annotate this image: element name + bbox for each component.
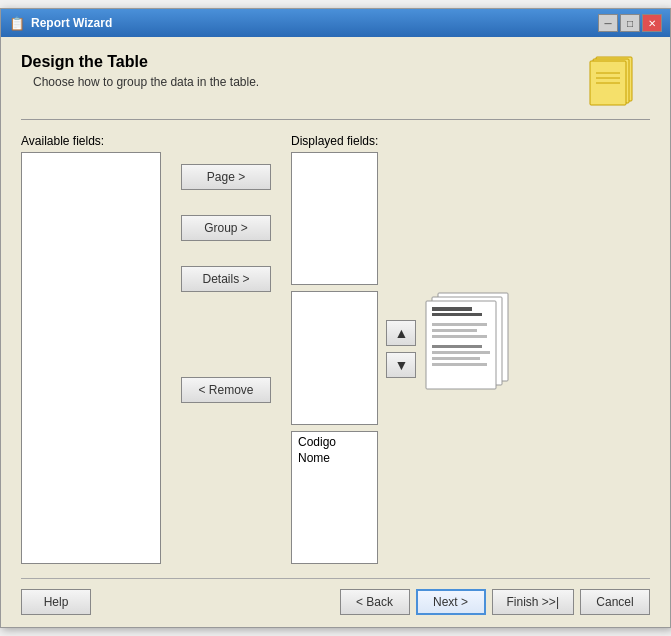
header-section: Design the Table Choose how to group the…: [21, 53, 650, 105]
svg-rect-11: [432, 323, 487, 326]
header-text: Design the Table Choose how to group the…: [21, 53, 259, 89]
available-fields-label: Available fields:: [21, 134, 161, 148]
svg-rect-15: [432, 351, 490, 354]
wizard-icon: [588, 53, 640, 108]
header-divider: [21, 119, 650, 120]
header-title: Design the Table: [21, 53, 259, 71]
cancel-button[interactable]: Cancel: [580, 589, 650, 615]
svg-rect-14: [432, 345, 482, 348]
help-button[interactable]: Help: [21, 589, 91, 615]
group-button[interactable]: Group >: [181, 215, 271, 241]
window-title: Report Wizard: [31, 16, 112, 30]
report-wizard-window: 📋 Report Wizard ─ □ ✕ Design the Table C…: [0, 8, 671, 628]
report-preview-icon: [424, 289, 519, 409]
middle-panel: Page > Group > Details > < Remove: [171, 134, 281, 564]
footer-right: < Back Next > Finish >>| Cancel: [340, 589, 650, 615]
title-bar: 📋 Report Wizard ─ □ ✕: [1, 9, 670, 37]
group-fields-listbox[interactable]: [291, 291, 378, 424]
header-subtitle: Choose how to group the data in the tabl…: [33, 75, 259, 89]
svg-rect-13: [432, 335, 487, 338]
remove-button[interactable]: < Remove: [181, 377, 271, 403]
title-bar-buttons: ─ □ ✕: [598, 14, 662, 32]
close-button[interactable]: ✕: [642, 14, 662, 32]
page-button[interactable]: Page >: [181, 164, 271, 190]
wizard-illustration: [588, 53, 640, 105]
arrow-section: ▲ ▼: [386, 134, 416, 564]
details-button[interactable]: Details >: [181, 266, 271, 292]
listbox-item-codigo: Codigo: [294, 434, 375, 450]
title-bar-left: 📋 Report Wizard: [9, 16, 112, 31]
available-fields-listbox[interactable]: [21, 152, 161, 564]
maximize-button[interactable]: □: [620, 14, 640, 32]
finish-button[interactable]: Finish >>|: [492, 589, 574, 615]
listbox-item-nome: Nome: [294, 450, 375, 466]
displayed-fields-panel: Displayed fields: Codigo Nome: [291, 134, 378, 564]
middle-buttons: Page > Group > Details > < Remove: [181, 164, 271, 564]
wizard-content: Design the Table Choose how to group the…: [1, 37, 670, 627]
svg-rect-12: [432, 329, 477, 332]
svg-rect-16: [432, 357, 480, 360]
report-preview-panel: [424, 134, 519, 564]
footer: Help < Back Next > Finish >>| Cancel: [21, 578, 650, 615]
svg-rect-10: [432, 313, 482, 316]
move-up-button[interactable]: ▲: [386, 320, 416, 346]
next-button[interactable]: Next >: [416, 589, 486, 615]
details-fields-listbox[interactable]: Codigo Nome: [291, 431, 378, 564]
main-area: Available fields: Page > Group > Details…: [21, 134, 650, 564]
page-fields-listbox[interactable]: [291, 152, 378, 285]
move-down-button[interactable]: ▼: [386, 352, 416, 378]
footer-left: Help: [21, 589, 91, 615]
right-section: Displayed fields: Codigo Nome ▲ ▼: [291, 134, 519, 564]
minimize-button[interactable]: ─: [598, 14, 618, 32]
svg-rect-17: [432, 363, 487, 366]
displayed-fields-label: Displayed fields:: [291, 134, 378, 148]
available-fields-panel: Available fields:: [21, 134, 161, 564]
back-button[interactable]: < Back: [340, 589, 410, 615]
window-icon: 📋: [9, 16, 25, 31]
svg-rect-9: [432, 307, 472, 311]
